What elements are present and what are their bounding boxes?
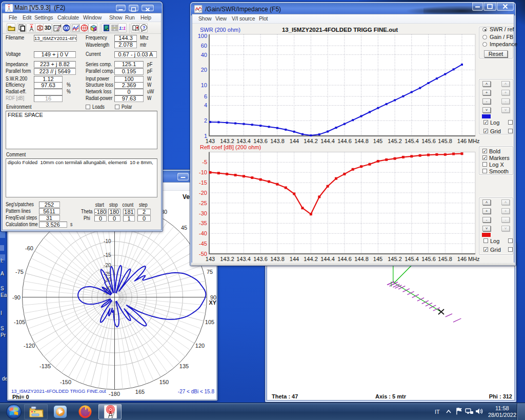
svg-text:-105: -105 [14, 319, 25, 325]
svg-text:Axis : 5 mtr: Axis : 5 mtr [375, 393, 407, 399]
svg-text:145.4: 145.4 [405, 256, 419, 262]
svg-text:-5: -5 [202, 159, 207, 165]
svg-text:145.8: 145.8 [438, 138, 452, 144]
svg-text:-20: -20 [199, 190, 207, 196]
svg-text:-90: -90 [12, 294, 21, 301]
svg-text:XY: XY [209, 299, 217, 306]
svg-text:3D: 3D [45, 25, 51, 31]
svg-text:Phi : 312: Phi : 312 [489, 393, 512, 399]
svg-text:-40: -40 [199, 230, 207, 236]
svg-text:145: 145 [373, 256, 382, 262]
svg-text:144.6: 144.6 [337, 138, 352, 144]
svg-text:2: 2 [204, 117, 207, 124]
svg-text:-35: -35 [199, 220, 207, 226]
svg-text:143.2: 143.2 [220, 256, 234, 262]
svg-text:-10: -10 [199, 169, 207, 175]
svg-text:-15: -15 [199, 179, 207, 186]
svg-text:145.6: 145.6 [421, 138, 436, 144]
svg-text:MHz: MHz [468, 138, 480, 144]
svg-text:4: 4 [204, 102, 207, 108]
svg-text:-45: -45 [199, 241, 207, 247]
svg-text:1:1: 1:1 [119, 26, 126, 31]
svg-text:143.8: 143.8 [270, 138, 285, 144]
svg-text:143.6: 143.6 [253, 138, 268, 144]
svg-text:Theta : 47: Theta : 47 [272, 393, 298, 399]
svg-text:100: 100 [198, 33, 207, 39]
svg-text:20: 20 [201, 67, 207, 73]
svg-text:145.2: 145.2 [388, 256, 402, 262]
svg-text:13_I5MZY2021-4FOLDED TRIGG FIN: 13_I5MZY2021-4FOLDED TRIGG FINE.out [282, 27, 398, 33]
svg-text:105: 105 [205, 319, 214, 325]
svg-text:MHz: MHz [468, 256, 480, 262]
svg-text:143: 143 [206, 138, 215, 144]
svg-text:Phi= 0: Phi= 0 [12, 394, 29, 399]
svg-text:143.6: 143.6 [253, 256, 268, 262]
svg-text:144.8: 144.8 [354, 256, 369, 262]
svg-text:-120: -120 [24, 343, 35, 349]
svg-text:-150: -150 [60, 379, 71, 385]
svg-text:144.4: 144.4 [320, 138, 335, 144]
svg-text:6: 6 [204, 93, 207, 99]
svg-text:13_I5MZY2021-4FOLDED TRIGG FIN: 13_I5MZY2021-4FOLDED TRIGG FINE.out [11, 388, 106, 394]
svg-text:144.2: 144.2 [304, 256, 318, 262]
svg-text:150: 150 [159, 379, 169, 385]
svg-text:144.8: 144.8 [354, 138, 369, 144]
svg-text:75: 75 [207, 269, 213, 275]
svg-text:135: 135 [179, 363, 189, 369]
svg-text:-10: -10 [104, 238, 111, 244]
svg-text:?: ? [143, 25, 146, 30]
svg-text:120: 120 [195, 343, 205, 349]
svg-text:-15: -15 [104, 252, 111, 258]
svg-text:143.8: 143.8 [270, 256, 285, 262]
svg-text:145.2: 145.2 [388, 138, 402, 144]
svg-text:146: 146 [457, 256, 467, 262]
svg-text:146: 146 [457, 138, 467, 144]
svg-text:-25: -25 [199, 200, 207, 206]
svg-text:144.6: 144.6 [337, 256, 352, 262]
svg-text:-60: -60 [25, 245, 33, 251]
svg-text:45: 45 [181, 225, 187, 231]
svg-text:40: 40 [201, 52, 207, 58]
svg-text:10: 10 [201, 82, 207, 88]
svg-text:-27 < dBi < 15.8: -27 < dBi < 15.8 [178, 389, 215, 394]
svg-text:SWR (200 ohm): SWR (200 ohm) [200, 27, 240, 33]
svg-text:145: 145 [373, 138, 382, 144]
svg-text:144.4: 144.4 [320, 256, 335, 262]
svg-text:-20: -20 [104, 263, 111, 268]
svg-text:145.8: 145.8 [438, 256, 452, 262]
svg-text:-180: -180 [109, 391, 120, 397]
svg-text:143.2: 143.2 [220, 138, 234, 144]
svg-text:144: 144 [290, 256, 299, 262]
svg-text:-135: -135 [39, 363, 51, 369]
svg-text:144: 144 [290, 138, 299, 144]
svg-text:Refl coef [dB] (200 ohm): Refl coef [dB] (200 ohm) [200, 144, 261, 150]
svg-text:143: 143 [206, 256, 215, 262]
svg-text:165: 165 [135, 389, 145, 395]
svg-text:60: 60 [201, 43, 207, 49]
svg-text:143.4: 143.4 [236, 138, 251, 144]
svg-text:-30: -30 [199, 210, 207, 216]
svg-text:143.4: 143.4 [236, 256, 251, 262]
svg-text:-75: -75 [15, 269, 24, 275]
svg-text:144.2: 144.2 [304, 138, 318, 144]
svg-text:145.4: 145.4 [405, 138, 419, 144]
svg-text:145.6: 145.6 [421, 256, 436, 262]
